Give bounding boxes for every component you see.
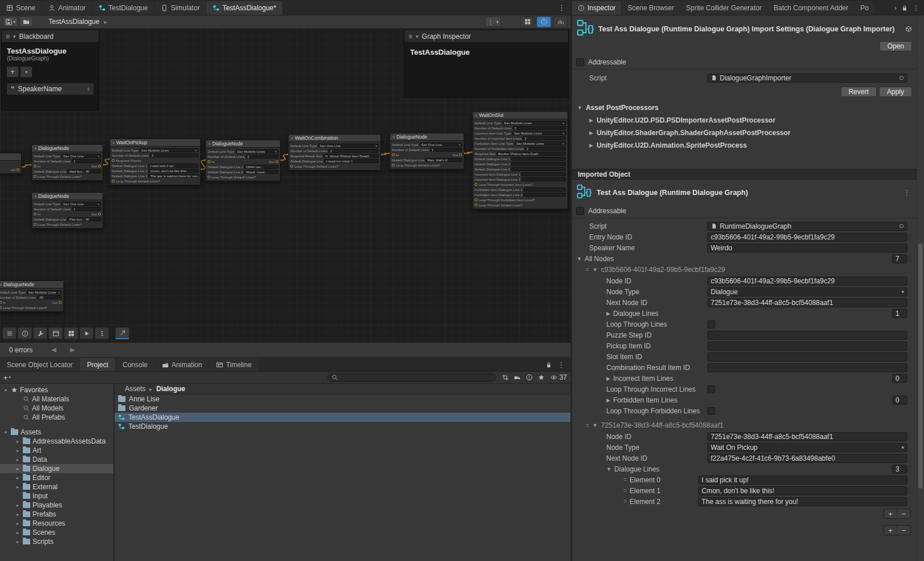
canvas-tool-dots-button[interactable] bbox=[95, 327, 109, 339]
drag-handle-icon[interactable]: = bbox=[586, 267, 589, 273]
prev-error-button[interactable]: ◀ bbox=[48, 345, 59, 354]
canvas-tool-info-button[interactable] bbox=[18, 327, 32, 339]
fold-arrow-icon[interactable]: ▸ bbox=[15, 439, 21, 444]
asset-item-gardener[interactable]: Gardener bbox=[115, 404, 570, 413]
create-asset-button[interactable]: +▾ bbox=[3, 373, 11, 382]
fold-arrow-icon[interactable]: ▸ bbox=[15, 475, 21, 481]
node-text-field[interactable]: 3 bbox=[513, 126, 566, 130]
apply-button[interactable]: Apply bbox=[879, 87, 912, 97]
fold-arrow-icon[interactable]: ▸ bbox=[15, 512, 21, 517]
node-text-field[interactable]: Cmon, don't be like this! bbox=[148, 169, 198, 173]
node-dropdown[interactable]: Say One Line▾ bbox=[420, 143, 462, 147]
asset-item-testdialogue[interactable]: TestDialogue bbox=[115, 422, 570, 431]
asset-postprocessors-foldout[interactable]: ▼ Asset PostProcessors bbox=[572, 101, 917, 114]
graph-options-button[interactable]: ⋮ ▾ bbox=[485, 17, 501, 27]
inspector-tab-batch-component-adder[interactable]: Batch Component Adder bbox=[768, 1, 854, 15]
combination-result-item-id-field[interactable] bbox=[707, 363, 907, 372]
scene-tab-scene[interactable]: Scene bbox=[0, 1, 42, 15]
port-icon[interactable] bbox=[34, 165, 37, 168]
tree-item-scenes[interactable]: ▸Scenes bbox=[0, 528, 114, 537]
visibility-toggle[interactable]: 37 bbox=[550, 373, 567, 381]
node-text-field[interactable]: Wood, good... bbox=[244, 170, 278, 174]
tree-item-input[interactable]: Input bbox=[0, 491, 114, 501]
open-button[interactable]: Open bbox=[880, 41, 912, 51]
tree-item-data[interactable]: ▸Data bbox=[0, 455, 114, 464]
fold-arrow-icon[interactable]: ▾ bbox=[3, 430, 9, 435]
object-picker-icon[interactable]: ⊙ bbox=[899, 222, 904, 230]
panel-tab-project[interactable]: Project bbox=[80, 358, 115, 371]
fold-arrow-icon[interactable]: ▸ bbox=[15, 448, 21, 453]
port-icon[interactable] bbox=[34, 175, 37, 178]
graph-canvas[interactable]: ≡StartNodeConnectionsout≡DialogueNodeDef… bbox=[0, 29, 570, 342]
node-title-bar[interactable]: ≡DialogueNode bbox=[206, 140, 280, 148]
node-dropdown[interactable]: Say Multiple Lines▾ bbox=[236, 149, 278, 153]
node-dropdown[interactable]: Say One Line▾ bbox=[62, 154, 101, 158]
graph-node-wait-on-combination[interactable]: ≡WaitOnCombinationDefault Line TypeSay O… bbox=[288, 134, 381, 170]
node-text-field[interactable] bbox=[524, 193, 566, 197]
node-id-field[interactable]: c93b5606-401f-49a2-99b5-9ecbf1fa9c29 bbox=[707, 277, 907, 286]
graph-node-dialogue-node-1[interactable]: ≡DialogueNodeDefault Line TypeSay One Li… bbox=[31, 144, 103, 181]
breadcrumb-dialogue[interactable]: Dialogue bbox=[156, 385, 185, 393]
fold-arrow-icon[interactable]: ▸ bbox=[15, 503, 21, 508]
node-type-dropdown[interactable]: Dialogue▾ bbox=[707, 287, 907, 296]
fold-arrow-icon[interactable]: ▸ bbox=[15, 530, 21, 535]
drag-handle-icon[interactable]: = bbox=[623, 487, 627, 494]
node-title-bar[interactable]: ≡DialogueNode bbox=[390, 133, 464, 141]
port-icon[interactable] bbox=[34, 223, 37, 226]
node-text-field[interactable]: N_Wood (Pickup Item Detail) bbox=[323, 154, 379, 158]
node-text-field[interactable] bbox=[521, 172, 566, 176]
expand-chevron-icon[interactable]: ‹ bbox=[87, 85, 90, 93]
node-title-bar[interactable]: ≡WaitOnSlot bbox=[473, 112, 568, 119]
add-element-button[interactable]: + bbox=[884, 509, 897, 518]
tree-item-external[interactable]: ▸External bbox=[0, 482, 114, 491]
panel-tab-timeline[interactable]: Timeline bbox=[209, 358, 258, 371]
pickup-item-id-field[interactable] bbox=[707, 342, 907, 351]
node-text-field[interactable] bbox=[521, 177, 566, 181]
node-text-field[interactable]: 2 bbox=[525, 147, 566, 151]
graph-inspector-header[interactable]: ≡ ▾ Graph Inspector bbox=[404, 30, 568, 43]
blackboard-panel[interactable]: ≡ ▾ Blackboard TestAssDialogue (Dialogue… bbox=[1, 30, 99, 111]
canvas-tool-link-button[interactable] bbox=[115, 327, 129, 339]
graph-node-dialogue-node-5[interactable]: ≡DialogueNodeDefault Line TypeSay Multip… bbox=[0, 280, 64, 312]
node-title-bar[interactable]: ≡StartNode bbox=[0, 153, 21, 161]
tree-item-art[interactable]: ▸Art bbox=[0, 446, 114, 455]
node-text-field[interactable]: 3 bbox=[150, 153, 198, 157]
tree-item-dialogue[interactable]: ▸Dialogue bbox=[0, 464, 114, 473]
canvas-tool-play-button[interactable] bbox=[79, 327, 94, 339]
array-size-field[interactable]: 0 bbox=[892, 374, 907, 383]
scrollbar-thumb[interactable] bbox=[918, 243, 923, 489]
node-dropdown[interactable]: Say Multiple Lines▾ bbox=[140, 148, 198, 152]
port-icon[interactable] bbox=[392, 164, 395, 166]
canvas-tool-list-button[interactable] bbox=[2, 327, 17, 339]
scene-tab-testassdialogue[interactable]: TestAssDialogue* bbox=[206, 1, 282, 15]
array-size-field[interactable]: 7 bbox=[892, 254, 907, 263]
node-text-field[interactable]: Ohhh yes... bbox=[244, 165, 278, 169]
port-icon[interactable] bbox=[208, 160, 210, 163]
drag-handle-icon[interactable]: = bbox=[586, 422, 589, 429]
loop-through-forbidden-lines-checkbox[interactable] bbox=[707, 407, 715, 415]
port-icon[interactable] bbox=[34, 213, 37, 216]
node-text-field[interactable]: The ass is waiting there for you! bbox=[148, 174, 198, 178]
array-size-field[interactable]: 0 bbox=[892, 396, 907, 405]
search-in-packages-button[interactable] bbox=[514, 374, 521, 381]
node-text-field[interactable]: Piss boy... W bbox=[67, 217, 101, 221]
save-button[interactable]: ▾ bbox=[3, 17, 18, 27]
tree-item-favorites[interactable]: ▾Favorites bbox=[0, 385, 114, 395]
addressable-checkbox[interactable] bbox=[576, 207, 584, 215]
entry-node-id-field[interactable]: c93b5606-401f-49a2-99b5-9ecbf1fa9c29 bbox=[707, 233, 907, 242]
fold-arrow-icon[interactable]: ▾ bbox=[3, 388, 9, 393]
loop-through-incorrect-lines-checkbox[interactable] bbox=[707, 385, 715, 393]
node-text-field[interactable] bbox=[511, 167, 566, 171]
node-dropdown[interactable]: Say Multiple Lines▾ bbox=[514, 141, 566, 145]
node-title-bar[interactable]: ≡DialogueNode bbox=[0, 281, 63, 288]
node-text-field[interactable]: Mad boy... W bbox=[67, 169, 101, 173]
tree-item-all-materials[interactable]: All Materials bbox=[0, 395, 114, 404]
panel-menu-icon[interactable]: ⋮ bbox=[558, 361, 565, 369]
port-icon[interactable] bbox=[17, 168, 19, 171]
port-icon[interactable] bbox=[0, 306, 2, 309]
element-2-field[interactable]: The ass is waiting there for you! bbox=[698, 497, 907, 506]
panel-tab-console[interactable]: Console bbox=[116, 358, 155, 371]
array-size-field[interactable]: 3 bbox=[892, 465, 907, 474]
speaker-name-field[interactable]: Weirdo bbox=[707, 243, 907, 253]
canvas-tool-grid2-button[interactable] bbox=[64, 327, 78, 339]
